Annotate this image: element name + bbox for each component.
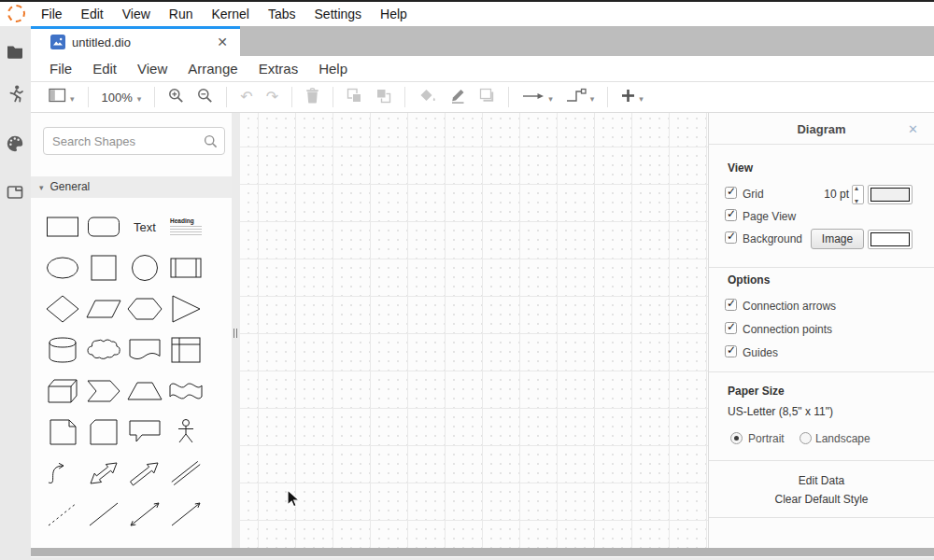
tab-diagram[interactable]: Diagram	[709, 122, 934, 136]
toolbar-undo-button[interactable]: ↶	[237, 86, 255, 108]
running-sessions-icon[interactable]	[6, 84, 26, 105]
grid-size-value[interactable]: 10 pt	[819, 184, 849, 204]
jl-menu-run[interactable]: Run	[160, 2, 203, 26]
jl-menu-edit[interactable]: Edit	[72, 2, 113, 26]
page-view-checkbox[interactable]	[725, 209, 737, 221]
shape-internal-storage[interactable]	[165, 329, 206, 371]
landscape-radio[interactable]	[800, 432, 812, 444]
shape-arrow[interactable]	[124, 453, 165, 494]
shape-cube[interactable]	[42, 371, 83, 412]
jl-menu-view[interactable]: View	[113, 2, 160, 26]
toolbar-waypoint-style-button[interactable]	[563, 86, 598, 108]
jl-menu-help[interactable]: Help	[371, 2, 417, 26]
paper-size-select[interactable]: US-Letter (8,5" x 11")	[728, 405, 833, 418]
shape-heading[interactable]: Heading	[165, 206, 206, 247]
connection-points-checkbox[interactable]	[725, 322, 737, 334]
toolbar-view-panels-button[interactable]	[46, 86, 78, 108]
shape-actor[interactable]	[165, 412, 206, 453]
command-palette-icon[interactable]	[6, 134, 26, 155]
search-icon[interactable]	[204, 134, 218, 152]
toolbar-zoom-out-button[interactable]	[194, 86, 216, 108]
landscape-label[interactable]: Landscape	[815, 428, 870, 449]
shape-dashed-line[interactable]	[42, 494, 83, 535]
toolbar-connection-style-button[interactable]	[519, 86, 556, 108]
shape-process[interactable]	[165, 247, 206, 288]
shape-ellipse[interactable]	[42, 247, 83, 288]
portrait-radio[interactable]	[730, 432, 743, 444]
shape-tape[interactable]	[165, 371, 206, 412]
dio-menu-file[interactable]: File	[39, 56, 82, 81]
shape-rectangle[interactable]	[42, 206, 83, 247]
grid-checkbox[interactable]	[725, 187, 737, 199]
shape-line[interactable]	[83, 494, 124, 535]
clear-default-style-link[interactable]: Clear Default Style	[709, 493, 934, 506]
image-button[interactable]: Image	[811, 229, 864, 249]
grid-color-swatch[interactable]	[868, 185, 913, 204]
toolbar-to-back-button[interactable]	[373, 86, 394, 108]
open-tabs-icon[interactable]	[6, 183, 26, 203]
file-browser-icon[interactable]	[6, 42, 26, 63]
background-checkbox[interactable]	[725, 231, 737, 244]
tab-close-icon[interactable]: ✕	[217, 29, 228, 56]
shape-diamond[interactable]	[42, 288, 83, 329]
shape-bidirectional-connector[interactable]	[124, 494, 165, 535]
dio-menu-view[interactable]: View	[127, 56, 177, 81]
format-panel-close-icon[interactable]: ✕	[908, 122, 918, 136]
edit-data-link[interactable]: Edit Data	[709, 474, 934, 487]
toolbar-separator	[404, 87, 405, 107]
jl-menu-file[interactable]: File	[32, 2, 72, 26]
dio-menu-edit[interactable]: Edit	[82, 56, 127, 81]
portrait-label[interactable]: Portrait	[748, 428, 785, 449]
shape-text[interactable]: Text	[124, 206, 165, 247]
shape-link[interactable]	[165, 453, 206, 494]
shape-square[interactable]	[83, 247, 124, 288]
toolbar-delete-button[interactable]	[303, 86, 322, 108]
guides-checkbox[interactable]	[725, 345, 737, 357]
shape-circle[interactable]	[124, 247, 165, 288]
panel-splitter	[232, 113, 240, 548]
shape-rounded-rectangle[interactable]	[83, 206, 124, 247]
option-row-connection-points: Connection points	[709, 319, 934, 342]
toolbar-redo-button[interactable]: ↷	[263, 86, 281, 108]
diagram-canvas[interactable]	[240, 113, 708, 548]
toolbar-to-front-button[interactable]	[344, 86, 365, 108]
shape-bidirectional-arrow[interactable]	[83, 453, 124, 494]
shape-directional-connector[interactable]	[165, 494, 206, 535]
shape-trapezoid[interactable]	[124, 371, 165, 412]
shape-section-general[interactable]: General	[31, 176, 232, 198]
background-color-swatch[interactable]	[868, 230, 913, 249]
chevron-down-icon	[639, 89, 644, 105]
shape-cloud[interactable]	[83, 329, 124, 371]
shape-search-input[interactable]	[43, 127, 225, 155]
chevron-down-icon	[548, 89, 553, 105]
toolbar-fill-color-button[interactable]	[416, 86, 439, 108]
grid-row: Grid 10 pt	[709, 184, 934, 206]
shape-curve[interactable]	[42, 453, 83, 494]
shape-step[interactable]	[83, 371, 124, 412]
tab-untitled-dio[interactable]: untitled.dio ✕	[31, 26, 240, 56]
toolbar-insert-button[interactable]	[618, 86, 646, 108]
grid-size-stepper[interactable]	[852, 185, 864, 204]
orientation-row: Portrait Landscape	[709, 428, 934, 451]
jupyterlab-menus: FileEditViewRunKernelTabsSettingsHelp	[32, 2, 934, 26]
dio-menu-extras[interactable]: Extras	[248, 56, 309, 81]
toolbar-zoom-in-button[interactable]	[165, 86, 187, 108]
dio-menu-arrange[interactable]: Arrange	[177, 56, 248, 81]
shape-note[interactable]	[42, 412, 83, 453]
toolbar-line-color-button[interactable]	[446, 86, 469, 108]
shape-cylinder[interactable]	[42, 329, 83, 371]
dio-menu-help[interactable]: Help	[308, 56, 358, 81]
jl-menu-tabs[interactable]: Tabs	[259, 2, 305, 26]
jl-menu-kernel[interactable]: Kernel	[202, 2, 258, 26]
shape-callout[interactable]	[124, 412, 165, 453]
shape-document[interactable]	[124, 329, 165, 371]
toolbar-zoom-level-button[interactable]: 100%	[99, 86, 145, 108]
jl-menu-settings[interactable]: Settings	[305, 2, 372, 26]
connection-arrows-checkbox[interactable]	[725, 299, 737, 311]
splitter-collapse-handle[interactable]	[234, 329, 234, 338]
shape-triangle[interactable]	[165, 288, 206, 329]
toolbar-shadow-button[interactable]	[476, 86, 498, 108]
shape-parallelogram[interactable]	[83, 288, 124, 329]
shape-hexagon[interactable]	[124, 288, 165, 329]
shape-card[interactable]	[83, 412, 124, 453]
